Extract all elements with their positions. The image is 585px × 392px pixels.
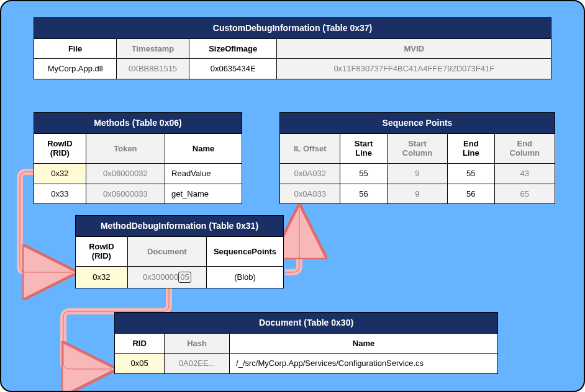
col-sizeofimage: SizeOfImage <box>189 38 277 59</box>
col-timestamp: Timestamp <box>117 38 189 59</box>
table-title: Methods (Table 0x06) <box>34 113 242 134</box>
cell-endline: 55 <box>448 163 494 184</box>
col-startcol: Start Column <box>387 133 447 163</box>
methods-table: Methods (Table 0x06) RowID (RID) Token N… <box>34 112 242 204</box>
table-row: 0x0A032 55 9 55 43 <box>280 163 555 184</box>
cell-iloffset: 0x0A032 <box>280 163 340 184</box>
document-table: Document (Table 0x30) RID Hash Name 0x05… <box>114 312 498 374</box>
cell-name: ReadValue <box>165 163 242 184</box>
cell-startcol: 9 <box>387 184 447 204</box>
cell-token: 0x06000033 <box>86 184 165 204</box>
col-name: Name <box>230 333 498 354</box>
table-row: 0x05 0A02EE... /_/src/MyCorp.App/Service… <box>115 354 498 374</box>
col-seqpoints: SequencePoints <box>207 236 284 266</box>
cell-name: /_/src/MyCorp.App/Services/Configuration… <box>230 354 498 374</box>
col-rid: RowID (RID) <box>76 236 128 266</box>
custom-debug-info-table: CustomDebugInformation (Table 0x37) File… <box>34 17 551 79</box>
table-row: 0x32 0x06000032 ReadValue <box>34 163 242 184</box>
col-iloffset: IL Offset <box>280 133 340 163</box>
table-title: Document (Table 0x30) <box>115 313 498 334</box>
cell-rid: 0x32 <box>34 163 86 184</box>
col-file: File <box>34 38 117 59</box>
cell-endcol: 43 <box>494 163 555 184</box>
col-rid: RowID (RID) <box>34 133 86 163</box>
cell-file: MyCorp.App.dll <box>34 59 117 79</box>
cell-rid: 0x33 <box>34 184 86 204</box>
col-name: Name <box>165 133 242 163</box>
cell-endcol: 65 <box>494 184 555 204</box>
sequence-points-table: Sequence Points IL Offset Start Line Sta… <box>279 112 555 204</box>
col-token: Token <box>86 133 165 163</box>
table-row: 0x33 0x06000033 get_Name <box>34 184 242 204</box>
cell-startcol: 9 <box>387 163 447 184</box>
cell-sizeofimage: 0x0635434E <box>189 59 277 79</box>
cell-document: 0x30000005 <box>127 266 206 288</box>
cell-startline: 55 <box>340 163 387 184</box>
cell-endline: 56 <box>448 184 494 204</box>
table-title: Sequence Points <box>280 113 555 134</box>
cell-token: 0x06000032 <box>86 163 165 184</box>
cell-iloffset: 0x0A033 <box>280 184 340 204</box>
col-startline: Start Line <box>340 133 387 163</box>
cell-hash: 0A02EE... <box>165 354 230 374</box>
cell-startline: 56 <box>340 184 387 204</box>
method-debug-info-table: MethodDebugInformation (Table 0x31) RowI… <box>75 215 284 288</box>
col-endline: End Line <box>448 133 494 163</box>
cell-seqpoints: (Blob) <box>207 266 284 288</box>
table-row: 0x32 0x30000005 (Blob) <box>76 266 284 288</box>
table-row: 0x0A033 56 9 56 65 <box>280 184 555 204</box>
table-title: MethodDebugInformation (Table 0x31) <box>76 216 284 237</box>
cell-rid: 0x05 <box>115 354 165 374</box>
col-rid: RID <box>115 333 165 354</box>
col-endcol: End Column <box>494 133 555 163</box>
col-mvid: MVID <box>277 38 551 59</box>
col-hash: Hash <box>165 333 230 354</box>
col-document: Document <box>127 236 206 266</box>
cell-mvid: 0x11F830737FF4BC41A4FFE792D073F41F <box>277 59 551 79</box>
diagram-canvas: CustomDebugInformation (Table 0x37) File… <box>0 0 585 392</box>
cell-timestamp: 0XBB8B1515 <box>117 59 189 79</box>
table-title: CustomDebugInformation (Table 0x37) <box>34 18 551 39</box>
table-row: MyCorp.App.dll 0XBB8B1515 0x0635434E 0x1… <box>34 59 551 79</box>
cell-name: get_Name <box>165 184 242 204</box>
doc-suffix-token: 05 <box>178 272 191 283</box>
doc-prefix: 0x300000 <box>143 272 178 282</box>
cell-rid: 0x32 <box>76 266 128 288</box>
